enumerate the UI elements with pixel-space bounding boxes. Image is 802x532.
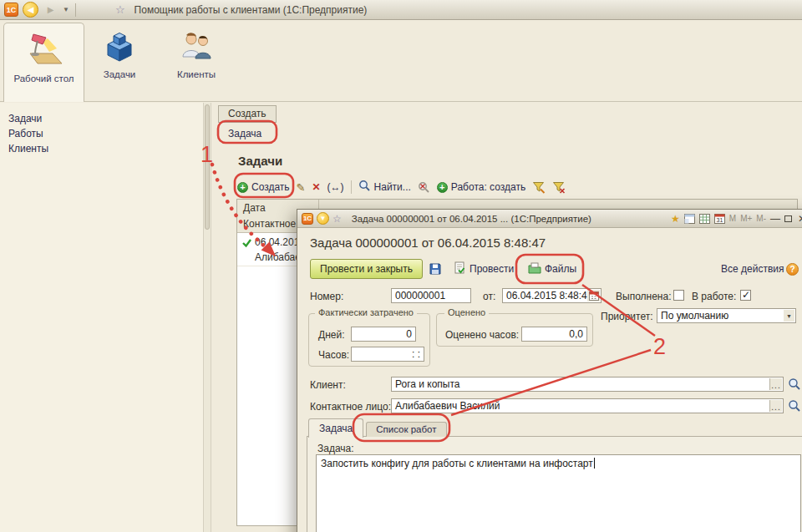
priority-dropdown-icon[interactable]: ▼ — [784, 310, 794, 322]
post-and-close-button[interactable]: Провести и закрыть — [310, 259, 423, 279]
help-icon: ? — [786, 263, 799, 276]
tab-task[interactable]: Задача — [308, 418, 363, 438]
interval-icon-button[interactable]: (↔) — [327, 181, 344, 193]
post-button-label: Провести — [470, 263, 514, 275]
create-task-menu-item[interactable]: Задача — [218, 123, 277, 139]
nav-link-works[interactable]: Работы — [8, 128, 203, 143]
in-work-label: В работе: — [692, 291, 736, 302]
estimated-hours-label: Оценено часов: — [445, 329, 519, 341]
create-submenu-header[interactable]: Создать — [218, 105, 277, 123]
add-favorite-star-icon[interactable]: ★ — [671, 213, 680, 225]
save-button[interactable] — [429, 259, 445, 279]
dialog-tabs: Задача Список работ — [308, 418, 447, 437]
tasks-list-title: Задачи — [238, 154, 282, 168]
estimated-hours-field[interactable]: 0,0 — [521, 327, 587, 342]
memory-m-button[interactable]: M — [729, 214, 736, 223]
task-text-area[interactable]: Запостить конфигу для работы с клиентами… — [316, 454, 801, 532]
help-button[interactable]: ? — [786, 259, 799, 279]
add-icon: + — [237, 182, 248, 193]
people-icon — [180, 30, 213, 64]
contact-select-icon[interactable]: ... — [769, 400, 782, 412]
done-label: Выполнена: — [616, 291, 671, 302]
toolbar-separator — [75, 3, 76, 17]
dialog-toolbar: Провести и закрыть Провести Файлы Все де… — [310, 259, 802, 281]
desk-lamp-icon — [25, 29, 63, 68]
memory-mplus-button[interactable]: M+ — [740, 214, 752, 223]
tasks-command-bar: + Создать ✎ ✕ (↔) Найти... + Работа: соз… — [237, 176, 566, 198]
clear-search-icon-button[interactable] — [418, 181, 430, 194]
post-button[interactable]: Провести — [454, 259, 514, 279]
find-button[interactable]: Найти... — [358, 180, 411, 195]
cubes-icon — [103, 30, 136, 64]
done-checkbox[interactable] — [673, 290, 684, 301]
window-menu-button[interactable]: ▼ — [317, 212, 329, 225]
create-task-button[interactable]: + Создать — [237, 181, 290, 193]
close-button[interactable]: ✕ — [796, 213, 802, 225]
dialog-heading: Задача 000000001 от 06.04.2015 8:48:47 — [310, 236, 546, 250]
forward-button[interactable]: ▶ — [43, 2, 58, 18]
edit-icon-button[interactable]: ✎ — [297, 181, 306, 194]
priority-label: Приоритет: — [601, 311, 653, 322]
task-tab-page: Задача: Запостить конфигу для работы с к… — [307, 436, 802, 532]
column-header-date[interactable]: Дата — [243, 202, 266, 214]
nav-link-tasks[interactable]: Задачи — [8, 113, 203, 128]
work-create-button[interactable]: + Работа: создать — [437, 181, 525, 193]
task-text-label: Задача: — [317, 443, 354, 454]
client-select-icon[interactable]: ... — [769, 378, 782, 390]
days-field[interactable]: 0 — [351, 327, 416, 342]
client-field[interactable]: Рога и копыта ... — [391, 377, 784, 392]
main-window-title: Помощник работы с клиентами (1С:Предприя… — [135, 4, 368, 16]
history-dropdown-icon[interactable]: ▼ — [63, 6, 69, 13]
nav-scrollbar-thumb[interactable] — [205, 104, 210, 230]
section-tasks[interactable]: Задачи — [89, 30, 150, 79]
estimated-caption: Оценено — [444, 307, 489, 317]
favorites-star-icon[interactable]: ☆ — [332, 213, 342, 225]
contact-label: Контактное лицо: — [310, 401, 391, 413]
contact-open-icon[interactable] — [788, 399, 801, 413]
days-label: Дней: — [318, 329, 344, 341]
dialog-titlebar: 1С ▼ ☆ Задача 000000001 от 06.04.2015 ..… — [297, 210, 802, 228]
filter-clear-icon-button[interactable] — [552, 181, 566, 194]
search-icon — [358, 180, 371, 195]
contact-field[interactable]: Алибабаевич Василий ... — [391, 398, 784, 413]
svg-text:31: 31 — [716, 217, 723, 223]
hours-field[interactable]: : : — [351, 347, 424, 362]
back-button[interactable]: ◀ — [23, 2, 38, 18]
attached-files-icon — [528, 262, 541, 276]
nav-scrollbar[interactable] — [203, 103, 211, 532]
post-document-icon — [454, 261, 466, 276]
nav-link-clients[interactable]: Клиенты — [8, 143, 203, 158]
tab-work-list[interactable]: Список работ — [366, 422, 446, 437]
files-button-label: Файлы — [545, 263, 576, 275]
in-work-checkbox[interactable] — [740, 290, 751, 301]
memory-mminus-button[interactable]: M- — [756, 214, 766, 223]
priority-field[interactable]: По умолчанию ▼ — [657, 308, 796, 323]
filter-edit-icon-button[interactable] — [532, 181, 546, 194]
dialog-title: Задача 000000001 от 06.04.2015 ... (1С:П… — [352, 214, 591, 224]
task-check-icon — [241, 237, 252, 251]
number-field[interactable]: 000000001 — [391, 288, 471, 303]
minimize-button[interactable]: — — [770, 213, 780, 225]
section-clients[interactable]: Клиенты — [165, 30, 227, 79]
client-value: Рога и копыта — [395, 378, 460, 390]
maximize-button[interactable] — [784, 215, 792, 222]
work-create-button-label: Работа: создать — [451, 181, 525, 193]
task-dialog: 1С ▼ ☆ Задача 000000001 от 06.04.2015 ..… — [297, 209, 802, 532]
create-task-button-label: Создать — [251, 181, 290, 193]
calendar-picker-icon[interactable] — [587, 290, 600, 301]
table-grid-icon[interactable] — [699, 214, 710, 224]
delete-icon-button[interactable]: ✕ — [312, 181, 321, 193]
find-button-label: Найти... — [374, 181, 411, 193]
dialog-titlebar-buttons: ★ 31 M M+ M- — ✕ — [671, 213, 802, 225]
client-open-icon[interactable] — [788, 377, 801, 391]
client-label: Клиент: — [310, 379, 346, 391]
favorites-star-icon[interactable]: ☆ — [115, 3, 125, 16]
date-field[interactable]: 06.04.2015 8:48:47 — [502, 288, 602, 303]
calendar-icon[interactable]: 31 — [714, 214, 725, 224]
actual-spent-caption: Фактически затрачено — [315, 307, 417, 317]
files-button[interactable]: Файлы — [523, 259, 581, 279]
date-value: 06.04.2015 8:48:47 — [506, 290, 592, 301]
all-actions-button[interactable]: Все действия ▼ — [721, 259, 793, 279]
section-desktop[interactable]: Рабочий стол — [3, 23, 84, 102]
reading-pane-icon[interactable] — [684, 214, 695, 224]
